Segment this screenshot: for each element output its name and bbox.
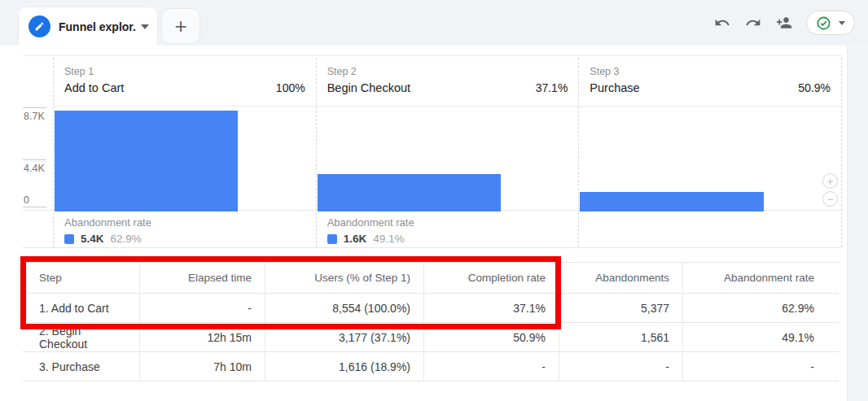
- abandonment-block: Abandonment rate 5.4K 62.9%: [54, 211, 316, 251]
- table-cell: 2. Begin Checkout: [23, 323, 139, 352]
- step-completion: 100%: [276, 81, 305, 94]
- table-cell: 1,561: [559, 323, 682, 352]
- table-cell: 50.9%: [423, 323, 559, 352]
- abandonment-rate: 62.9%: [111, 233, 142, 245]
- ga4-exploration-screen: Funnel explor... +: [0, 0, 868, 401]
- y-tick: [23, 107, 46, 108]
- table-cell: 62.9%: [682, 294, 839, 323]
- table-cell: 8,554 (100.0%): [265, 294, 423, 323]
- funnel-chart: 8.7K 4.4K 0 Step 1 Add to Cart 100%: [23, 55, 842, 248]
- legend-swatch: [64, 234, 74, 244]
- pencil-icon: [28, 15, 50, 37]
- y-tick-label: 0: [24, 194, 29, 206]
- step-number: Step 2: [327, 66, 568, 77]
- step-number: Step 3: [590, 66, 831, 77]
- y-tick: [23, 159, 46, 160]
- add-tab-button[interactable]: +: [161, 8, 200, 44]
- column-header-step: Step: [23, 263, 139, 294]
- column-header-abandonments: Abandonments: [559, 263, 682, 294]
- step-header: Step 2 Begin Checkout 37.1%: [317, 58, 579, 106]
- funnel-bar[interactable]: [55, 111, 238, 211]
- table-cell: 12h 15m: [139, 323, 265, 352]
- step-plot: [317, 107, 579, 211]
- abandonment-value: 5.4K: [81, 233, 104, 245]
- y-tick: [23, 207, 46, 207]
- y-tick-label: 4.4K: [24, 163, 45, 174]
- abandonment-label: Abandonment rate: [327, 216, 568, 229]
- table-cell: 3,177 (37.1%): [265, 323, 423, 352]
- table-cell: 3. Purchase: [23, 352, 139, 381]
- table-cell: 49.1%: [682, 323, 839, 352]
- abandonment-rate: 49.1%: [373, 233, 404, 245]
- chevron-down-icon: [839, 21, 845, 25]
- step-name: Begin Checkout: [327, 81, 410, 94]
- y-tick-label: 8.7K: [24, 111, 45, 122]
- column-header-completion-rate: Completion rate: [423, 263, 559, 294]
- funnel-columns: Step 1 Add to Cart 100% Abandonment rate…: [53, 58, 842, 247]
- step-header: Step 3 Purchase 50.9%: [579, 58, 841, 106]
- column-header-elapsed-time: Elapsed time: [139, 263, 265, 294]
- funnel-bar[interactable]: [318, 174, 501, 211]
- step-plot: [54, 107, 316, 211]
- funnel-step-column-2: Step 2 Begin Checkout 37.1% Abandonment …: [316, 58, 579, 247]
- table-cell: 5,377: [559, 294, 682, 323]
- table-cell: -: [682, 352, 839, 381]
- table-cell: -: [139, 294, 265, 323]
- table-cell: -: [559, 352, 682, 381]
- topbar-actions: [713, 0, 855, 46]
- tab-funnel-exploration[interactable]: Funnel explor...: [18, 7, 158, 46]
- abandonment-block: Abandonment rate 1.6K 49.1%: [317, 211, 579, 251]
- step-completion: 50.9%: [798, 81, 831, 94]
- funnel-step-column-3: Step 3 Purchase 50.9%: [578, 58, 841, 247]
- table-cell: 1. Add to Cart: [23, 294, 139, 323]
- table-cell: 37.1%: [423, 294, 559, 323]
- person-add-icon[interactable]: [775, 14, 793, 32]
- y-axis: 8.7K 4.4K 0: [23, 56, 53, 249]
- page-background-strip: [847, 46, 868, 401]
- table-cell: 7h 10m: [139, 352, 265, 381]
- tab-label: Funnel explor...: [59, 20, 136, 33]
- table-cell: 1,616 (18.9%): [265, 352, 423, 381]
- step-plot: [579, 107, 841, 211]
- funnel-step-column-1: Step 1 Add to Cart 100% Abandonment rate…: [53, 58, 316, 247]
- table-cell: -: [423, 352, 559, 381]
- chart-zoom-controls: + −: [822, 173, 838, 207]
- funnel-bar[interactable]: [580, 192, 763, 211]
- step-name: Purchase: [590, 81, 639, 94]
- tab-bar: Funnel explor... +: [0, 0, 868, 46]
- approval-status-button[interactable]: [806, 11, 855, 35]
- legend-swatch: [327, 234, 337, 244]
- redo-icon[interactable]: [744, 14, 762, 32]
- funnel-table: Step Elapsed time Users (% of Step 1) Co…: [23, 262, 839, 381]
- abandonment-value: 1.6K: [344, 233, 367, 245]
- check-circle-icon: [816, 15, 831, 31]
- step-completion: 37.1%: [536, 81, 568, 94]
- chevron-down-icon[interactable]: [141, 24, 149, 29]
- step-header: Step 1 Add to Cart 100%: [54, 58, 316, 106]
- column-header-users: Users (% of Step 1): [265, 263, 423, 294]
- zoom-in-button[interactable]: +: [822, 173, 838, 189]
- undo-icon[interactable]: [713, 14, 731, 32]
- zoom-out-button[interactable]: −: [822, 191, 838, 207]
- column-header-abandonment-rate: Abandonment rate: [682, 263, 839, 294]
- step-number: Step 1: [64, 66, 305, 77]
- step-name: Add to Cart: [64, 81, 124, 94]
- abandonment-label: Abandonment rate: [64, 216, 305, 229]
